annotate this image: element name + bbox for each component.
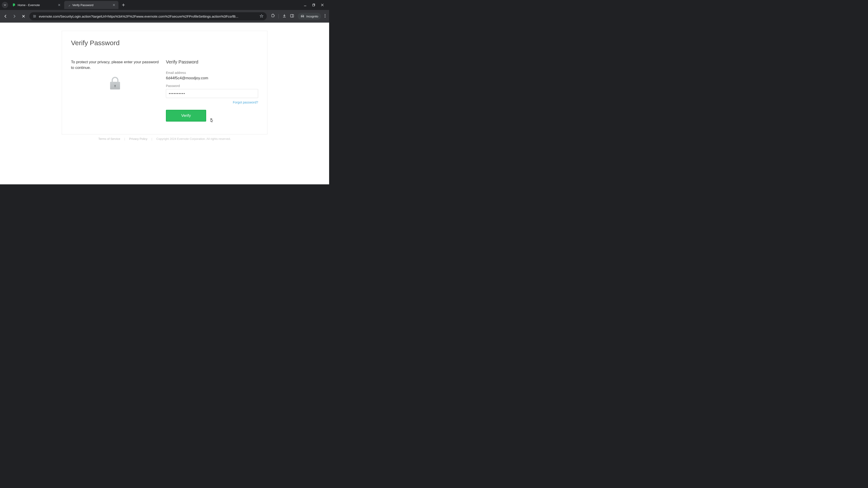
tab-verify-password[interactable]: Verify Password bbox=[64, 1, 119, 9]
forward-button[interactable] bbox=[11, 13, 18, 20]
download-icon bbox=[282, 14, 286, 18]
back-button[interactable] bbox=[2, 13, 8, 20]
prompt-text: To protect your privacy, please enter yo… bbox=[71, 59, 159, 70]
password-label: Password bbox=[166, 84, 258, 88]
kebab-icon bbox=[324, 14, 326, 18]
chevron-down-icon bbox=[4, 4, 6, 6]
site-info-button[interactable] bbox=[33, 14, 37, 18]
forgot-password-link[interactable]: Forgot password? bbox=[233, 101, 258, 104]
panel-icon bbox=[290, 14, 294, 18]
browser-toolbar: evernote.com/SecurityLogin.action?target… bbox=[0, 10, 329, 23]
password-input[interactable] bbox=[169, 92, 255, 95]
divider: | bbox=[151, 137, 152, 140]
svg-point-5 bbox=[34, 17, 34, 18]
close-icon bbox=[321, 4, 324, 6]
url-text: evernote.com/SecurityLogin.action?target… bbox=[39, 14, 257, 18]
maximize-icon bbox=[312, 4, 315, 6]
window-controls bbox=[303, 3, 327, 7]
form-heading: Verify Password bbox=[166, 59, 258, 65]
privacy-link[interactable]: Privacy Policy bbox=[129, 137, 147, 140]
tune-icon bbox=[33, 14, 36, 18]
new-tab-button[interactable] bbox=[120, 2, 127, 8]
divider bbox=[278, 14, 279, 19]
downloads-button[interactable] bbox=[282, 14, 286, 19]
email-label: Email address bbox=[166, 71, 258, 74]
svg-point-3 bbox=[33, 15, 34, 15]
verify-button[interactable]: Verify bbox=[166, 110, 206, 122]
star-icon bbox=[259, 14, 264, 18]
svg-point-9 bbox=[324, 15, 325, 16]
prompt-column: To protect your privacy, please enter yo… bbox=[71, 59, 159, 122]
bookmark-button[interactable] bbox=[259, 14, 264, 19]
side-panel-button[interactable] bbox=[290, 14, 294, 19]
svg-point-8 bbox=[324, 14, 325, 15]
close-window-button[interactable] bbox=[320, 3, 324, 7]
toolbar-actions: Incognito bbox=[270, 13, 327, 20]
copyright-text: Copyright 2024 Evernote Corporation. All… bbox=[156, 137, 231, 140]
tab-close-button[interactable] bbox=[112, 3, 116, 7]
lock-icon bbox=[110, 77, 121, 90]
tab-search-button[interactable] bbox=[2, 2, 8, 8]
tab-title: Home - Evernote bbox=[18, 3, 56, 7]
page-content: Verify Password To protect your privacy,… bbox=[0, 23, 329, 184]
incognito-icon bbox=[301, 14, 305, 18]
stop-button[interactable] bbox=[20, 13, 27, 20]
svg-rect-2 bbox=[313, 4, 314, 6]
plus-icon bbox=[122, 3, 125, 6]
form-column: Verify Password Email address 6d44f5c4@m… bbox=[166, 59, 258, 122]
maximize-button[interactable] bbox=[311, 3, 316, 7]
tab-title: Verify Password bbox=[72, 3, 110, 7]
verify-card: Verify Password To protect your privacy,… bbox=[62, 31, 268, 134]
page-footer: Terms of Service | Privacy Policy | Copy… bbox=[62, 137, 268, 140]
tab-close-button[interactable] bbox=[57, 3, 61, 7]
close-icon bbox=[22, 15, 25, 18]
divider: | bbox=[124, 137, 125, 140]
loading-favicon-icon bbox=[67, 3, 70, 7]
svg-point-0 bbox=[68, 4, 70, 6]
minimize-icon bbox=[304, 4, 307, 6]
tab-strip: Home - Evernote Verify Password bbox=[0, 0, 329, 10]
incognito-badge[interactable]: Incognito bbox=[298, 13, 321, 20]
menu-button[interactable] bbox=[324, 14, 326, 19]
password-field-wrap bbox=[166, 89, 258, 98]
incognito-label: Incognito bbox=[306, 15, 318, 18]
close-icon bbox=[113, 4, 115, 6]
svg-point-10 bbox=[324, 17, 325, 18]
svg-point-4 bbox=[35, 16, 35, 17]
evernote-favicon-icon bbox=[12, 3, 16, 7]
arrow-left-icon bbox=[3, 14, 7, 18]
terms-link[interactable]: Terms of Service bbox=[98, 137, 120, 140]
address-bar[interactable]: evernote.com/SecurityLogin.action?target… bbox=[29, 12, 267, 20]
arrow-right-icon bbox=[12, 14, 17, 18]
close-icon bbox=[58, 4, 60, 6]
puzzle-icon bbox=[271, 14, 275, 18]
extensions-button[interactable] bbox=[271, 14, 275, 19]
email-value: 6d44f5c4@moodjoy.com bbox=[166, 76, 258, 80]
svg-rect-6 bbox=[290, 14, 293, 17]
page-title: Verify Password bbox=[71, 39, 258, 47]
minimize-button[interactable] bbox=[303, 3, 307, 7]
tab-evernote-home[interactable]: Home - Evernote bbox=[9, 1, 64, 9]
